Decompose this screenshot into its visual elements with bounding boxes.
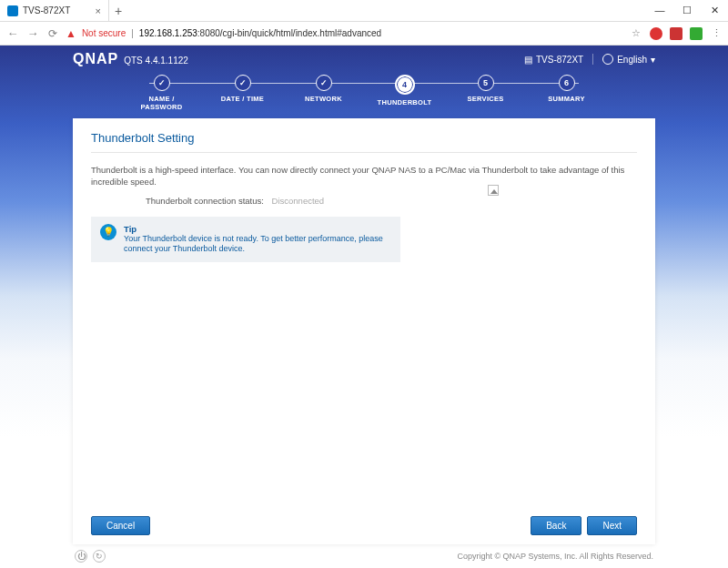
- tab-title: TVS-872XT: [23, 5, 70, 15]
- setup-stepper: NAME / PASSWORD DATE / TIME NETWORK 4THU…: [127, 75, 601, 111]
- ext-opera-icon[interactable]: [650, 27, 662, 40]
- lightbulb-icon: 💡: [100, 224, 116, 240]
- star-icon[interactable]: ☆: [630, 27, 642, 40]
- browser-titlebar: TVS-872XT × + — ☐ ✕: [0, 0, 728, 22]
- favicon-icon: [7, 5, 18, 16]
- connection-status: Thunderbolt connection status: Disconnec…: [146, 196, 637, 206]
- step-network[interactable]: NETWORK: [289, 75, 358, 103]
- language-label: English: [617, 55, 647, 65]
- brand-text: QNAP: [73, 51, 118, 67]
- device-selector[interactable]: ▤ TVS-872XT: [524, 55, 583, 65]
- nav-forward-icon: →: [25, 26, 40, 40]
- not-secure-label[interactable]: Not secure: [82, 28, 126, 38]
- close-button[interactable]: ✕: [701, 5, 728, 16]
- globe-icon: [602, 54, 613, 65]
- page-title: Thunderbolt Setting: [91, 131, 637, 153]
- broken-image-icon: [488, 185, 499, 196]
- footer-power-icon[interactable]: ⏻: [75, 550, 87, 563]
- copyright-text: Copyright © QNAP Systems, Inc. All Right…: [457, 552, 653, 561]
- window-controls: — ☐ ✕: [646, 5, 728, 16]
- not-secure-icon[interactable]: ▲: [66, 27, 76, 40]
- page-footer: ⏻ ↻ Copyright © QNAP Systems, Inc. All R…: [73, 544, 655, 568]
- new-tab-button[interactable]: +: [109, 4, 127, 18]
- button-row: Cancel Back Next: [91, 516, 637, 535]
- language-selector[interactable]: English ▾: [592, 54, 655, 65]
- address-bar[interactable]: 192.168.1.253:8080/cgi-bin/quick/html/in…: [139, 28, 624, 38]
- step-name-password[interactable]: NAME / PASSWORD: [127, 75, 196, 111]
- extension-icons: ☆ ⋮: [630, 27, 723, 40]
- url-separator: |: [131, 28, 134, 38]
- ext-lastpass-icon[interactable]: [670, 27, 682, 40]
- page-header: QNAP QTS 4.4.1.1122 ▤ TVS-872XT English …: [73, 51, 655, 67]
- browser-menu-icon[interactable]: ⋮: [710, 27, 723, 40]
- step-summary[interactable]: 6SUMMARY: [532, 75, 601, 103]
- tip-body: Your Thunderbolt device is not ready. To…: [124, 234, 391, 255]
- tab-close-icon[interactable]: ×: [96, 5, 101, 16]
- reload-icon[interactable]: ⟳: [46, 27, 60, 40]
- brand-logo: QNAP QTS 4.4.1.1122: [73, 51, 188, 67]
- description-text: Thunderbolt is a high-speed interface. Y…: [91, 164, 637, 188]
- tip-box: 💡 Tip Your Thunderbolt device is not rea…: [91, 217, 400, 262]
- version-text: QTS 4.4.1.1122: [124, 56, 188, 66]
- tip-heading: Tip: [124, 224, 391, 234]
- chevron-down-icon: ▾: [651, 55, 655, 65]
- nav-back-icon[interactable]: ←: [5, 26, 20, 40]
- footer-refresh-icon[interactable]: ↻: [93, 550, 106, 563]
- browser-tab[interactable]: TVS-872XT ×: [0, 0, 109, 21]
- ext-adblock-icon[interactable]: [690, 27, 703, 40]
- step-date-time[interactable]: DATE / TIME: [208, 75, 277, 103]
- next-button[interactable]: Next: [587, 516, 637, 535]
- cancel-button[interactable]: Cancel: [91, 516, 150, 535]
- maximize-button[interactable]: ☐: [673, 5, 701, 16]
- browser-navbar: ← → ⟳ ▲ Not secure | 192.168.1.253:8080/…: [0, 22, 728, 46]
- minimize-button[interactable]: —: [646, 5, 673, 16]
- device-name: TVS-872XT: [536, 55, 583, 65]
- step-services[interactable]: 5SERVICES: [451, 75, 520, 103]
- status-label: Thunderbolt connection status:: [146, 196, 264, 206]
- page-body: QNAP QTS 4.4.1.1122 ▤ TVS-872XT English …: [0, 46, 728, 568]
- status-value: Disconnected: [272, 196, 325, 206]
- back-button[interactable]: Back: [531, 516, 581, 535]
- main-panel: Thunderbolt Setting Thunderbolt is a hig…: [73, 118, 655, 544]
- nas-icon: ▤: [524, 55, 532, 65]
- step-thunderbolt[interactable]: 4THUNDERBOLT: [370, 75, 439, 106]
